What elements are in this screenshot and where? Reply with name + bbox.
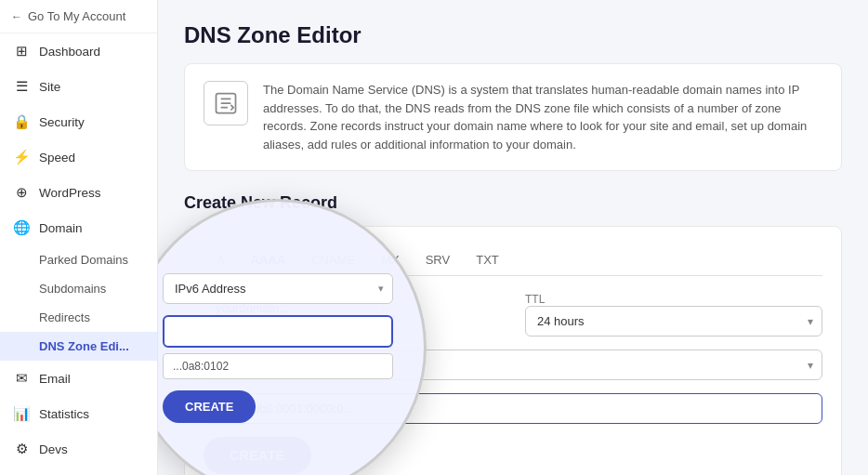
create-record-title: Create New Record: [184, 193, 842, 213]
magnifier-overlay: IPv6 Address ▾ 2001:0db8:0001:0000:0 ...…: [158, 199, 427, 475]
dns-zone-editor-label: DNS Zone Edi...: [39, 339, 129, 353]
ipv6-type-select[interactable]: IPv6 Address: [204, 350, 822, 380]
sidebar-item-security[interactable]: 🔒 Security: [0, 104, 157, 139]
sidebar-item-devs[interactable]: ⚙ Devs: [0, 431, 157, 467]
tab-txt[interactable]: TXT: [463, 245, 512, 276]
statistics-icon: 📊: [13, 405, 30, 422]
sidebar: ← Go To My Account ⊞ Dashboard ☰ Site 🔒 …: [0, 0, 158, 475]
domain-icon: 🌐: [13, 219, 30, 236]
ipv6-input[interactable]: [204, 393, 822, 424]
sidebar-item-label: WordPress: [39, 186, 101, 200]
sidebar-item-domain[interactable]: 🌐 Domain: [0, 210, 157, 245]
ipv6-group: IPv6 Address: [204, 350, 822, 380]
parked-domains-label: Parked Domains: [39, 253, 128, 267]
ttl-select-wrapper: 1 hour 4 hours 8 hours 24 hours Custom: [525, 306, 822, 336]
sidebar-item-label: Dashboard: [39, 45, 100, 59]
sidebar-item-label: Site: [39, 80, 60, 94]
sidebar-item-site[interactable]: ☰ Site: [0, 69, 157, 104]
name-ttl-row: TTL 1 hour 4 hours 8 hours 24 hours Cust…: [204, 293, 822, 336]
tab-aaaa[interactable]: AAAA: [238, 245, 299, 276]
sidebar-item-redirects[interactable]: Redirects: [0, 303, 157, 332]
page-title: DNS Zone Editor: [184, 22, 842, 48]
sidebar-item-email[interactable]: ✉ Email: [0, 361, 157, 396]
sidebar-item-statistics[interactable]: 📊 Statistics: [0, 396, 157, 431]
security-icon: 🔒: [13, 113, 30, 130]
name-input[interactable]: [204, 293, 384, 323]
sidebar-item-label: Devs: [39, 442, 68, 456]
devs-icon: ⚙: [13, 441, 30, 457]
name-field-group: [204, 293, 510, 323]
back-button[interactable]: ← Go To My Account: [0, 0, 157, 33]
dashboard-icon: ⊞: [13, 43, 30, 59]
ipv6-input-row: [204, 393, 822, 424]
tab-srv[interactable]: SRV: [413, 245, 464, 276]
dns-info-icon: [204, 81, 248, 125]
back-arrow-icon: ←: [11, 10, 22, 23]
info-box: The Domain Name Service (DNS) is a syste…: [184, 63, 842, 171]
site-icon: ☰: [13, 78, 30, 95]
main-content: DNS Zone Editor The Domain Name Service …: [158, 0, 868, 475]
tab-a[interactable]: A: [204, 245, 238, 276]
sidebar-item-label: Speed: [39, 151, 75, 165]
sidebar-item-speed[interactable]: ⚡ Speed: [0, 139, 157, 175]
redirects-label: Redirects: [39, 310, 90, 324]
back-label: Go To My Account: [28, 9, 125, 23]
sidebar-item-label: Security: [39, 115, 85, 129]
speed-icon: ⚡: [13, 149, 30, 165]
ttl-select[interactable]: 1 hour 4 hours 8 hours 24 hours Custom: [525, 306, 822, 336]
sidebar-item-dashboard[interactable]: ⊞ Dashboard: [0, 33, 157, 69]
tab-mx[interactable]: MX: [368, 245, 413, 276]
sidebar-item-label: Email: [39, 372, 71, 386]
sidebar-item-parked-domains[interactable]: Parked Domains: [0, 245, 157, 274]
ipv6-select-wrapper: IPv6 Address: [204, 350, 822, 380]
ttl-group: TTL 1 hour 4 hours 8 hours 24 hours Cust…: [525, 293, 822, 336]
email-icon: ✉: [13, 370, 30, 387]
sidebar-item-label: Domain: [39, 221, 83, 235]
sidebar-item-dns-zone-editor[interactable]: DNS Zone Edi...: [0, 332, 157, 361]
dns-info-text: The Domain Name Service (DNS) is a syste…: [263, 81, 822, 153]
wordpress-icon: ⊕: [13, 184, 30, 201]
create-button[interactable]: CREATE: [204, 437, 311, 474]
ttl-label: TTL: [525, 293, 822, 306]
record-form: A AAAA CNAME MX SRV TXT TTL 1 hour 4 hou…: [184, 226, 842, 475]
subdomains-label: Subdomains: [39, 282, 106, 296]
sidebar-item-label: Statistics: [39, 407, 89, 421]
sidebar-item-wordpress[interactable]: ⊕ WordPress: [0, 175, 157, 210]
record-tabs: A AAAA CNAME MX SRV TXT: [204, 245, 822, 276]
tab-cname[interactable]: CNAME: [298, 245, 368, 276]
sidebar-item-subdomains[interactable]: Subdomains: [0, 274, 157, 303]
ipv6-row: IPv6 Address: [204, 350, 822, 380]
